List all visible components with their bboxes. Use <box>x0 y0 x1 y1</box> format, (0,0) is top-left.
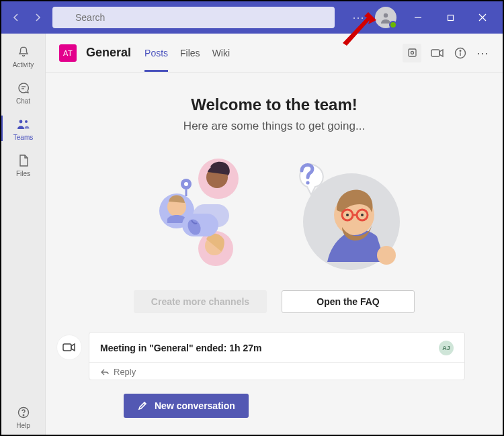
app-rail: Activity Chat Teams Files Help <box>1 34 46 435</box>
help-icon <box>15 404 32 421</box>
tab-posts[interactable]: Posts <box>144 34 168 72</box>
svg-rect-28 <box>182 214 218 236</box>
create-channels-button: Create more channels <box>134 290 267 313</box>
svg-rect-13 <box>409 49 416 56</box>
rail-item-help[interactable]: Help <box>1 398 46 435</box>
channel-header: AT General Posts Files Wiki ⋯ <box>46 34 503 73</box>
profile-avatar[interactable] <box>375 7 396 28</box>
open-faq-button[interactable]: Open the FAQ <box>282 290 415 313</box>
svg-point-26 <box>184 182 188 186</box>
meeting-icon <box>56 335 82 360</box>
search-input[interactable] <box>52 7 335 28</box>
rail-label: Teams <box>13 134 33 141</box>
svg-point-37 <box>361 214 364 216</box>
rail-label: Chat <box>16 97 30 105</box>
welcome-subtitle: Here are some things to get going... <box>183 120 365 133</box>
title-bar: ⋯ <box>1 1 503 34</box>
back-button[interactable] <box>7 7 26 28</box>
open-faq-illustration <box>284 148 412 275</box>
reply-label: Reply <box>114 367 136 377</box>
svg-point-9 <box>19 120 22 123</box>
tab-files[interactable]: Files <box>180 34 200 72</box>
svg-point-38 <box>377 246 396 265</box>
files-icon <box>15 152 32 169</box>
teams-icon <box>15 116 32 132</box>
meeting-ended-title: Meeting in "General" ended: 1h 27m <box>100 343 261 353</box>
welcome-title: Welcome to the team! <box>191 95 358 114</box>
svg-rect-39 <box>63 344 71 351</box>
rail-item-chat[interactable]: Chat <box>1 74 46 110</box>
svg-rect-4 <box>448 15 453 20</box>
channel-more-button[interactable]: ⋯ <box>476 46 489 60</box>
presence-available-icon <box>389 21 397 29</box>
svg-point-12 <box>23 415 24 415</box>
svg-point-10 <box>25 120 28 123</box>
maximize-button[interactable] <box>435 7 465 28</box>
team-avatar: AT <box>59 44 77 62</box>
rail-label: Files <box>16 170 30 177</box>
close-button[interactable] <box>468 7 497 28</box>
chat-icon <box>15 80 32 96</box>
rail-item-activity[interactable]: Activity <box>1 38 46 74</box>
forward-button[interactable] <box>28 7 47 28</box>
new-conversation-button[interactable]: New conversation <box>124 394 249 418</box>
svg-point-14 <box>411 52 413 54</box>
meet-button[interactable] <box>431 46 444 60</box>
minimize-button[interactable] <box>403 7 433 28</box>
bell-icon <box>15 44 32 60</box>
channel-apps-button[interactable] <box>403 44 421 62</box>
rail-item-files[interactable]: Files <box>1 146 46 183</box>
svg-point-18 <box>460 50 461 51</box>
rail-label: Help <box>16 422 30 429</box>
channel-name: General <box>86 46 131 60</box>
new-conversation-label: New conversation <box>155 400 235 411</box>
svg-point-36 <box>346 214 349 216</box>
svg-point-31 <box>306 181 309 184</box>
reply-button[interactable]: Reply <box>89 362 464 380</box>
settings-more-button[interactable]: ⋯ <box>348 10 368 25</box>
svg-point-2 <box>384 13 388 17</box>
rail-item-teams[interactable]: Teams <box>1 110 46 146</box>
content-area: AT General Posts Files Wiki ⋯ <box>46 34 503 435</box>
svg-rect-15 <box>431 50 439 56</box>
compose-icon <box>137 400 148 411</box>
rail-label: Activity <box>13 61 34 69</box>
meeting-ended-card[interactable]: Meeting in "General" ended: 1h 27m AJ Re… <box>89 332 465 380</box>
attendee-avatar: AJ <box>439 341 454 355</box>
create-channels-illustration <box>136 148 264 275</box>
info-button[interactable] <box>454 46 467 60</box>
tab-wiki[interactable]: Wiki <box>212 34 230 72</box>
